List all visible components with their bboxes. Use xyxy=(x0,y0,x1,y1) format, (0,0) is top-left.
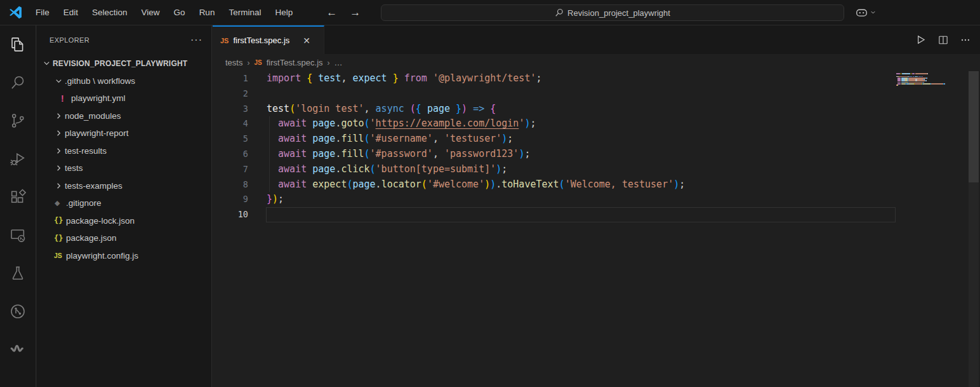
wave-icon xyxy=(9,341,27,358)
js-file-icon: JS xyxy=(254,59,262,66)
code-line-1[interactable]: 1import { test, expect } from '@playwrig… xyxy=(213,71,980,86)
json-file-icon: {} xyxy=(54,234,66,243)
close-tab-icon[interactable]: ✕ xyxy=(303,36,310,46)
vscode-logo-icon xyxy=(8,5,23,20)
line-number: 3 xyxy=(213,102,248,117)
tree-item-label: playwright.yml xyxy=(71,93,126,103)
line-number: 5 xyxy=(213,132,248,147)
yaml-file-icon: ! xyxy=(59,93,71,104)
extensions-activity-button[interactable] xyxy=(0,178,36,216)
code-line-4[interactable]: 4 await page.goto('https://example.com/l… xyxy=(213,116,980,132)
source-control-icon xyxy=(9,112,27,130)
line-number: 7 xyxy=(213,162,248,177)
menu-view[interactable]: View xyxy=(135,0,167,25)
tree-item-package-json[interactable]: {}package.json xyxy=(37,229,211,247)
tree-item-playwright-yml[interactable]: !playwright.yml xyxy=(37,90,211,107)
tree-item-tests[interactable]: tests xyxy=(37,160,211,177)
editor-group: JS firstTest.spec.js ✕ tests › JS firstT… xyxy=(213,25,980,387)
menu-edit[interactable]: Edit xyxy=(56,0,85,25)
menu-go[interactable]: Go xyxy=(167,0,192,25)
code-text: }); xyxy=(248,192,284,207)
breadcrumb-symbol[interactable]: … xyxy=(334,58,343,67)
activity-bar xyxy=(0,25,36,387)
wave-activity-button[interactable] xyxy=(0,330,36,369)
tab-firsttest-spec-js[interactable]: JS firstTest.spec.js ✕ xyxy=(213,25,324,54)
js-file-icon: JS xyxy=(220,37,228,44)
file-tree: REVISION_PROJECT_PLAYWRIGHT .github \ wo… xyxy=(37,55,211,264)
search-icon xyxy=(555,8,564,17)
git-file-icon: ◆ xyxy=(54,199,66,207)
vertical-scrollbar[interactable] xyxy=(969,71,979,387)
files-activity-button[interactable] xyxy=(0,25,36,64)
breadcrumb-file[interactable]: firstTest.spec.js xyxy=(267,58,323,67)
remote-explorer-activity-button[interactable] xyxy=(0,216,36,254)
code-line-9[interactable]: 9}); xyxy=(213,192,980,207)
tree-item-label: playwright.config.js xyxy=(66,251,138,261)
indent-guide xyxy=(269,116,270,192)
code-editor[interactable]: 1import { test, expect } from '@playwrig… xyxy=(213,71,980,387)
tab-bar: JS firstTest.spec.js ✕ xyxy=(213,25,980,54)
run-debug-icon xyxy=(9,150,27,168)
source-control-activity-button[interactable] xyxy=(0,102,36,140)
extensions-icon xyxy=(9,188,27,206)
menu-run[interactable]: Run xyxy=(192,0,222,25)
tree-item-node-modules[interactable]: node_modules xyxy=(37,107,211,125)
chevron-right-icon xyxy=(54,163,65,173)
tree-item-test-results[interactable]: test-results xyxy=(37,142,211,160)
scrollbar-slider[interactable] xyxy=(969,71,979,182)
tree-root-folder[interactable]: REVISION_PROJECT_PLAYWRIGHT xyxy=(37,55,211,72)
graph-circle-activity-button[interactable] xyxy=(0,292,36,330)
menu-terminal[interactable]: Terminal xyxy=(222,0,268,25)
tree-item-playwright-config-js[interactable]: JSplaywright.config.js xyxy=(37,247,211,265)
code-line-8[interactable]: 8 await expect(page.locator('#welcome'))… xyxy=(213,177,980,193)
run-button[interactable] xyxy=(915,34,927,46)
search-text: Revision_project_playwright xyxy=(567,8,670,18)
tree-item-label: tests-examples xyxy=(65,181,122,191)
code-line-6[interactable]: 6 await page.fill('#password', 'password… xyxy=(213,147,980,162)
tree-item-playwright-report[interactable]: playwright-report xyxy=(37,125,211,142)
tree-item-label: .gitignore xyxy=(66,198,102,208)
tree-item-tests-examples[interactable]: tests-examples xyxy=(37,177,211,195)
tree-item-label: test-results xyxy=(65,146,107,156)
explorer-more-actions-button[interactable]: ··· xyxy=(190,34,202,46)
tab-label: firstTest.spec.js xyxy=(233,36,289,45)
menu-selection[interactable]: Selection xyxy=(85,0,135,25)
breadcrumb-folder[interactable]: tests xyxy=(225,58,242,67)
code-text: import { test, expect } from '@playwrigh… xyxy=(248,71,542,86)
code-line-5[interactable]: 5 await page.fill('#username', 'testuser… xyxy=(213,132,980,147)
back-button[interactable]: ← xyxy=(326,6,337,19)
code-text: await page.fill('#password', 'password12… xyxy=(248,147,530,162)
testing-activity-button[interactable] xyxy=(0,254,36,292)
chevron-right-icon xyxy=(54,111,65,121)
chevron-right-icon xyxy=(54,146,65,156)
chevron-down-icon xyxy=(870,9,877,16)
forward-button[interactable]: → xyxy=(350,6,361,19)
breadcrumb: tests › JS firstTest.spec.js › … xyxy=(213,54,980,71)
menu-bar: FileEditSelectionViewGoRunTerminalHelp xyxy=(29,0,300,25)
root-folder-label: REVISION_PROJECT_PLAYWRIGHT xyxy=(53,59,187,68)
code-line-2[interactable]: 2 xyxy=(213,86,980,102)
code-text xyxy=(248,86,267,102)
tree-item-package-lock-json[interactable]: {}package-lock.json xyxy=(37,212,211,230)
run-debug-activity-button[interactable] xyxy=(0,140,36,178)
graph-circle-icon xyxy=(9,302,27,320)
line-number: 4 xyxy=(213,116,248,132)
split-editor-button[interactable] xyxy=(937,34,949,46)
js-file-icon: JS xyxy=(54,252,66,259)
code-text: await page.fill('#username', 'testuser')… xyxy=(248,132,513,147)
copilot-menu[interactable] xyxy=(855,6,877,19)
files-icon xyxy=(9,36,27,53)
tree-item--gitignore[interactable]: ◆.gitignore xyxy=(37,194,211,212)
code-line-3[interactable]: 3test('login test', async ({ page }) => … xyxy=(213,102,980,117)
tree-item--github-workflows[interactable]: .github \ workflows xyxy=(37,72,211,90)
minimap[interactable] xyxy=(896,73,958,88)
code-line-7[interactable]: 7 await page.click('button[type=submit]'… xyxy=(213,162,980,177)
more-actions-button[interactable] xyxy=(960,34,971,46)
tree-item-label: package.json xyxy=(66,233,117,243)
command-center-search[interactable]: Revision_project_playwright xyxy=(381,4,844,21)
search-activity-button[interactable] xyxy=(0,64,36,102)
line-number: 2 xyxy=(213,86,248,102)
menu-file[interactable]: File xyxy=(29,0,56,25)
menu-help[interactable]: Help xyxy=(268,0,300,25)
explorer-sidebar: EXPLORER ··· REVISION_PROJECT_PLAYWRIGHT… xyxy=(37,25,212,387)
